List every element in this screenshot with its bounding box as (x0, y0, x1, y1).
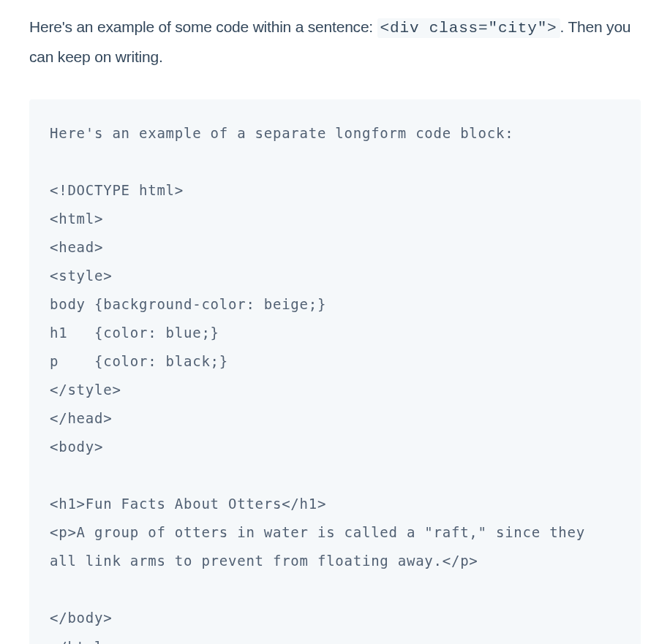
code-block-content: Here's an example of a separate longform… (50, 125, 594, 644)
intro-text-before: Here's an example of some code within a … (29, 18, 377, 35)
intro-paragraph: Here's an example of some code within a … (29, 13, 641, 72)
code-block: Here's an example of a separate longform… (29, 99, 641, 644)
inline-code-example: <div class="city"> (377, 18, 560, 38)
